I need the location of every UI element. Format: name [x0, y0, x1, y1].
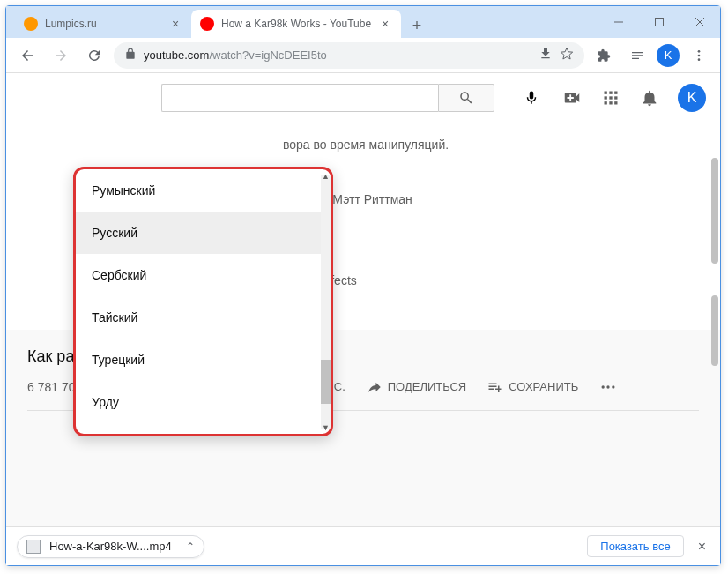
svg-rect-7 [605, 92, 607, 94]
scrollbar-thumb[interactable] [321, 360, 331, 404]
share-icon [367, 379, 383, 395]
language-option-serbian[interactable]: Сербский [76, 254, 321, 296]
voice-search-button[interactable] [516, 82, 547, 114]
forward-button[interactable] [47, 41, 75, 70]
titlebar: Lumpics.ru × How a Kar98k Works - YouTub… [6, 6, 720, 38]
youtube-avatar[interactable]: K [678, 84, 706, 112]
svg-rect-1 [656, 19, 664, 26]
svg-rect-10 [605, 96, 607, 99]
search-input[interactable] [161, 84, 438, 112]
language-option-turkish[interactable]: Турецкий [76, 339, 321, 381]
svg-point-5 [698, 54, 701, 56]
scroll-down-arrow[interactable]: ▼ [322, 423, 330, 431]
download-filename: How-a-Kar98k-W....mp4 [49, 540, 172, 553]
svg-rect-14 [609, 101, 612, 104]
tab-strip: Lumpics.ru × How a Kar98k Works - YouTub… [6, 6, 598, 38]
back-button[interactable] [13, 41, 41, 70]
save-button[interactable]: СОХРАНИТЬ [479, 372, 587, 402]
search-area [161, 84, 494, 112]
svg-rect-15 [614, 101, 617, 104]
more-button[interactable] [591, 371, 626, 403]
tab-lumpics[interactable]: Lumpics.ru × [15, 10, 191, 38]
header-actions: K [561, 84, 706, 112]
share-button[interactable]: ПОДЕЛИТЬСЯ [358, 372, 475, 402]
reading-list-button[interactable] [623, 41, 651, 70]
close-download-shelf[interactable]: × [695, 535, 709, 558]
chrome-menu-button[interactable] [685, 41, 713, 70]
svg-point-17 [607, 385, 610, 388]
new-tab-button[interactable]: + [405, 13, 429, 38]
language-option-urdu[interactable]: Урду [76, 381, 321, 423]
tab-title: How a Kar98k Works - YouTube [221, 18, 371, 30]
browser-window: Lumpics.ru × How a Kar98k Works - YouTub… [5, 5, 721, 566]
create-video-icon[interactable] [561, 87, 583, 108]
file-icon [26, 540, 41, 554]
tab-youtube[interactable]: How a Kar98k Works - YouTube × [191, 10, 401, 38]
maximize-button[interactable] [639, 6, 680, 38]
svg-point-4 [698, 50, 701, 53]
playlist-add-icon [487, 379, 503, 395]
profile-avatar[interactable]: K [657, 44, 680, 67]
favicon-lumpics [24, 17, 38, 31]
notifications-icon[interactable] [639, 87, 660, 108]
svg-rect-11 [609, 96, 612, 99]
download-shelf: How-a-Kar98k-W....mp4 ⌃ Показать все × [6, 526, 720, 565]
search-button[interactable] [438, 84, 494, 112]
chevron-up-icon[interactable]: ⌃ [186, 540, 195, 553]
svg-point-18 [612, 385, 614, 388]
page-scrollbar[interactable] [705, 123, 718, 526]
apps-grid-icon[interactable] [600, 87, 621, 108]
minimize-button[interactable] [598, 6, 639, 38]
close-window-button[interactable] [680, 6, 720, 38]
svg-rect-9 [614, 92, 617, 94]
language-dropdown: Румынский Русский Сербский Тайский Турец… [73, 167, 333, 436]
page-content: K вора во время манипуляций. нмация: Мэт… [6, 73, 720, 526]
language-option-romanian[interactable]: Румынский [76, 169, 321, 212]
tab-title: Lumpics.ru [45, 18, 161, 30]
install-icon[interactable] [539, 47, 553, 64]
lock-icon [124, 48, 137, 63]
svg-rect-12 [614, 96, 617, 99]
star-icon[interactable] [560, 47, 574, 64]
svg-rect-13 [605, 101, 607, 104]
scroll-up-arrow[interactable]: ▲ [322, 172, 330, 180]
svg-rect-8 [609, 92, 612, 94]
youtube-header: K [6, 73, 720, 123]
more-horizontal-icon [599, 378, 617, 396]
language-option-russian[interactable]: Русский [76, 212, 321, 254]
close-icon[interactable]: × [378, 17, 392, 31]
language-option-thai[interactable]: Тайский [76, 296, 321, 339]
dropdown-scrollbar[interactable]: ▲ ▼ [321, 175, 331, 429]
favicon-youtube [200, 17, 214, 31]
address-bar: youtube.com/watch?v=igNcDEEI5to K [6, 38, 720, 73]
extensions-button[interactable] [590, 41, 618, 70]
download-item[interactable]: How-a-Kar98k-W....mp4 ⌃ [17, 535, 204, 558]
close-icon[interactable]: × [168, 17, 182, 31]
svg-point-6 [698, 58, 701, 61]
url-bar[interactable]: youtube.com/watch?v=igNcDEEI5to [114, 42, 584, 69]
show-all-downloads-button[interactable]: Показать все [587, 535, 683, 557]
svg-point-16 [602, 385, 605, 388]
reload-button[interactable] [80, 41, 108, 70]
url-text: youtube.com/watch?v=igNcDEEI5to [144, 48, 531, 62]
window-controls [598, 6, 720, 38]
